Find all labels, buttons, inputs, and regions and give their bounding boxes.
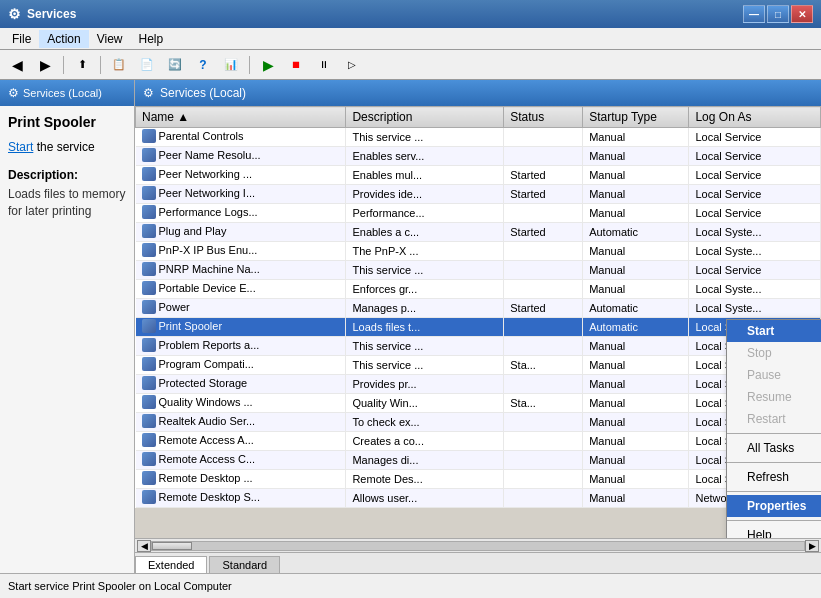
- show-hide-button[interactable]: 📋: [106, 53, 132, 77]
- service-name-cell: Protected Storage: [136, 375, 346, 394]
- table-row[interactable]: Remote Access A...Creates a co...ManualL…: [136, 432, 821, 451]
- table-row[interactable]: Program Compati...This service ...Sta...…: [136, 356, 821, 375]
- status-bar: Start service Print Spooler on Local Com…: [0, 573, 821, 598]
- service-status-cell: [504, 242, 583, 261]
- ctx-item-help[interactable]: Help: [727, 524, 821, 538]
- service-desc-cell: This service ...: [346, 356, 504, 375]
- minimize-button[interactable]: —: [743, 5, 765, 23]
- hscroll-right[interactable]: ▶: [805, 540, 819, 552]
- app-icon: ⚙: [8, 6, 21, 22]
- up-button[interactable]: ⬆: [69, 53, 95, 77]
- table-row[interactable]: PowerManages p...StartedAutomaticLocal S…: [136, 299, 821, 318]
- stop-service-button[interactable]: ⏹: [283, 53, 309, 77]
- toolbar-btn-3[interactable]: 📄: [134, 53, 160, 77]
- right-panel: ⚙ Services (Local) Name ▲ Description St…: [135, 80, 821, 573]
- left-panel: ⚙ Services (Local) Print Spooler Start t…: [0, 80, 135, 573]
- table-row[interactable]: Remote Access C...Manages di...ManualLoc…: [136, 451, 821, 470]
- table-row[interactable]: Remote Desktop S...Allows user...ManualN…: [136, 489, 821, 508]
- service-status-cell: [504, 432, 583, 451]
- service-name-cell: Remote Desktop S...: [136, 489, 346, 508]
- service-status-cell: [504, 375, 583, 394]
- forward-button[interactable]: ▶: [32, 53, 58, 77]
- toolbar-btn-5[interactable]: 📊: [218, 53, 244, 77]
- col-desc[interactable]: Description: [346, 107, 504, 128]
- hscroll-thumb[interactable]: [152, 542, 192, 550]
- table-row[interactable]: Performance Logs...Performance...ManualL…: [136, 204, 821, 223]
- start-service-button[interactable]: ▶: [255, 53, 281, 77]
- table-row[interactable]: PNRP Machine Na...This service ...Manual…: [136, 261, 821, 280]
- pause-service-button[interactable]: ⏸: [311, 53, 337, 77]
- service-startup-cell: Manual: [583, 128, 689, 147]
- tab-standard[interactable]: Standard: [209, 556, 280, 573]
- service-startup-cell: Manual: [583, 261, 689, 280]
- table-row[interactable]: Peer Networking I...Provides ide...Start…: [136, 185, 821, 204]
- table-row[interactable]: Peer Name Resolu...Enables serv...Manual…: [136, 147, 821, 166]
- table-row[interactable]: Protected StorageProvides pr...ManualLoc…: [136, 375, 821, 394]
- col-startup[interactable]: Startup Type: [583, 107, 689, 128]
- ctx-item-restart: Restart: [727, 408, 821, 430]
- table-row[interactable]: PnP-X IP Bus Enu...The PnP-X ...ManualLo…: [136, 242, 821, 261]
- table-row[interactable]: Peer Networking ...Enables mul...Started…: [136, 166, 821, 185]
- service-desc-cell: Loads files t...: [346, 318, 504, 337]
- service-startup-cell: Manual: [583, 413, 689, 432]
- service-desc-cell: Enables a c...: [346, 223, 504, 242]
- maximize-button[interactable]: □: [767, 5, 789, 23]
- ctx-item-stop: Stop: [727, 342, 821, 364]
- col-name[interactable]: Name ▲: [136, 107, 346, 128]
- service-startup-cell: Manual: [583, 242, 689, 261]
- service-name-cell: Parental Controls: [136, 128, 346, 147]
- service-status-cell: [504, 318, 583, 337]
- menu-file[interactable]: File: [4, 30, 39, 48]
- help-button[interactable]: ?: [190, 53, 216, 77]
- services-table-container[interactable]: Name ▲ Description Status Startup Type L…: [135, 106, 821, 538]
- service-startup-cell: Manual: [583, 451, 689, 470]
- ctx-item-refresh[interactable]: Refresh: [727, 466, 821, 488]
- ctx-item-start[interactable]: Start: [727, 320, 821, 342]
- service-logon-cell: Local Service: [689, 204, 821, 223]
- menu-help[interactable]: Help: [131, 30, 172, 48]
- service-logon-cell: Local Service: [689, 166, 821, 185]
- service-desc-cell: Provides pr...: [346, 375, 504, 394]
- table-row[interactable]: Portable Device E...Enforces gr...Manual…: [136, 280, 821, 299]
- tab-extended[interactable]: Extended: [135, 556, 207, 573]
- tab-bar: Extended Standard: [135, 552, 821, 573]
- service-name-cell: Print Spooler: [136, 318, 346, 337]
- service-status-cell: [504, 489, 583, 508]
- service-name-cell: Quality Windows ...: [136, 394, 346, 413]
- col-logon[interactable]: Log On As: [689, 107, 821, 128]
- table-row[interactable]: Problem Reports a...This service ...Manu…: [136, 337, 821, 356]
- table-row[interactable]: Realtek Audio Ser...To check ex...Manual…: [136, 413, 821, 432]
- right-panel-header: ⚙ Services (Local): [135, 80, 821, 106]
- hscroll-track[interactable]: [151, 541, 805, 551]
- table-row[interactable]: Plug and PlayEnables a c...StartedAutoma…: [136, 223, 821, 242]
- table-row[interactable]: Quality Windows ...Quality Win...Sta...M…: [136, 394, 821, 413]
- services-table: Name ▲ Description Status Startup Type L…: [135, 106, 821, 508]
- ctx-item-properties[interactable]: Properties: [727, 495, 821, 517]
- service-startup-cell: Manual: [583, 204, 689, 223]
- service-description: Loads files to memory for later printing: [8, 186, 126, 220]
- menu-action[interactable]: Action: [39, 30, 88, 48]
- hscroll-left[interactable]: ◀: [137, 540, 151, 552]
- service-status-cell: [504, 128, 583, 147]
- table-row[interactable]: Print SpoolerLoads files t...AutomaticLo…: [136, 318, 821, 337]
- service-desc-cell: Remote Des...: [346, 470, 504, 489]
- hscroll[interactable]: ◀ ▶: [135, 538, 821, 552]
- close-button[interactable]: ✕: [791, 5, 813, 23]
- service-status-cell: [504, 204, 583, 223]
- ctx-item-all-tasks[interactable]: All Tasks▶: [727, 437, 821, 459]
- toolbar-btn-4[interactable]: 🔄: [162, 53, 188, 77]
- service-logon-cell: Local Syste...: [689, 223, 821, 242]
- menu-view[interactable]: View: [89, 30, 131, 48]
- col-status[interactable]: Status: [504, 107, 583, 128]
- service-title: Print Spooler: [8, 114, 126, 130]
- service-startup-cell: Manual: [583, 470, 689, 489]
- start-link[interactable]: Start: [8, 140, 33, 154]
- table-row[interactable]: Parental ControlsThis service ...ManualL…: [136, 128, 821, 147]
- service-startup-cell: Manual: [583, 375, 689, 394]
- resume-service-button[interactable]: ▷: [339, 53, 365, 77]
- service-logon-cell: Local Service: [689, 261, 821, 280]
- back-button[interactable]: ◀: [4, 53, 30, 77]
- service-name-cell: Program Compati...: [136, 356, 346, 375]
- ctx-separator-5: [727, 433, 821, 434]
- table-row[interactable]: Remote Desktop ...Remote Des...ManualLoc…: [136, 470, 821, 489]
